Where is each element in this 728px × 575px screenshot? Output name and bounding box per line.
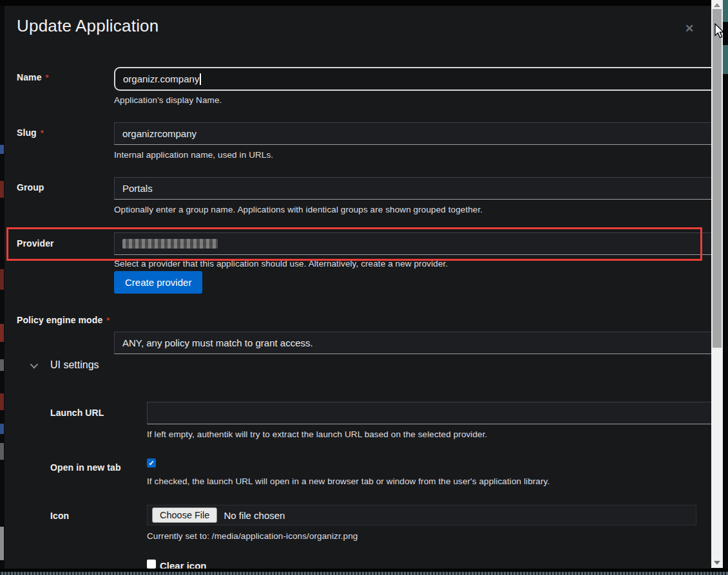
backdrop-speck <box>723 45 728 74</box>
chevron-down-icon <box>30 360 39 368</box>
text-cursor <box>200 73 201 85</box>
icon-file-input[interactable]: Choose File No file chosen <box>147 505 696 525</box>
backdrop-speck <box>0 359 4 371</box>
slug-help-text: Internal application name, used in URLs. <box>114 150 273 160</box>
name-input[interactable]: organizr.company <box>114 67 728 91</box>
group-help-text: Optionally enter a group name. Applicati… <box>114 205 483 214</box>
file-chosen-status: No file chosen <box>224 510 285 521</box>
clear-icon-checkbox[interactable] <box>147 560 156 569</box>
required-asterisk: * <box>41 128 44 138</box>
icon-field-label: Icon <box>50 511 69 521</box>
provider-help-text: Select a provider that this application … <box>114 259 448 269</box>
redacted-provider-value <box>122 239 218 249</box>
backdrop-speck <box>0 443 4 460</box>
scroll-down-icon[interactable] <box>714 561 720 565</box>
policy-engine-mode-select[interactable]: ANY, any policy must match to grant acce… <box>114 332 728 354</box>
launch-url-input[interactable] <box>147 402 728 424</box>
modal-title: Update Application <box>17 16 158 36</box>
open-in-new-tab-label: Open in new tab <box>50 462 121 473</box>
backdrop-speck <box>0 324 4 342</box>
required-asterisk: * <box>106 316 110 325</box>
name-help-text: Application's display Name. <box>114 95 222 105</box>
scrollbar-thumb[interactable] <box>713 9 722 348</box>
page-top-edge <box>0 0 711 6</box>
backdrop-speck <box>0 181 4 198</box>
backdrop-speck <box>0 424 4 434</box>
provider-field-label: Provider <box>17 238 54 249</box>
background-page-sliver <box>0 0 5 575</box>
slug-input[interactable]: organizrcompany <box>114 122 728 145</box>
backdrop-speck <box>0 393 4 410</box>
open-in-new-tab-checkbox[interactable]: ✓ <box>147 458 156 467</box>
group-field-label: Group <box>17 182 44 193</box>
create-provider-button[interactable]: Create provider <box>114 271 202 294</box>
required-asterisk: * <box>46 73 49 82</box>
scroll-up-icon[interactable] <box>714 3 720 7</box>
backdrop-speck <box>0 527 4 560</box>
ui-settings-section-label: UI settings <box>50 359 99 371</box>
close-icon[interactable]: ✕ <box>681 20 698 37</box>
ui-settings-section-toggle[interactable]: UI settings <box>30 359 99 371</box>
launch-url-help-text: If left empty, authentik will try to ext… <box>147 429 487 439</box>
window-bottom-dotted-edge <box>0 572 728 575</box>
backdrop-speck <box>0 145 4 154</box>
policy-engine-mode-label: Policy engine mode* <box>17 315 110 325</box>
open-in-new-tab-help-text: If checked, the launch URL will open in … <box>147 476 550 486</box>
group-input[interactable]: Portals <box>114 177 728 200</box>
choose-file-button[interactable]: Choose File <box>152 507 217 523</box>
provider-select[interactable] <box>114 232 728 255</box>
update-application-modal: Update Application ✕ Name* organizr.comp… <box>5 6 711 575</box>
launch-url-label: Launch URL <box>50 408 104 418</box>
backdrop-speck <box>723 0 728 22</box>
icon-help-text: Currently set to: /media/application-ico… <box>147 531 358 541</box>
mouse-cursor <box>714 23 725 39</box>
slug-field-label: Slug* <box>17 127 44 138</box>
vertical-scrollbar[interactable] <box>711 0 723 568</box>
backdrop-speck <box>0 269 4 290</box>
window-right-edge <box>723 0 728 575</box>
name-field-label: Name* <box>17 72 49 82</box>
